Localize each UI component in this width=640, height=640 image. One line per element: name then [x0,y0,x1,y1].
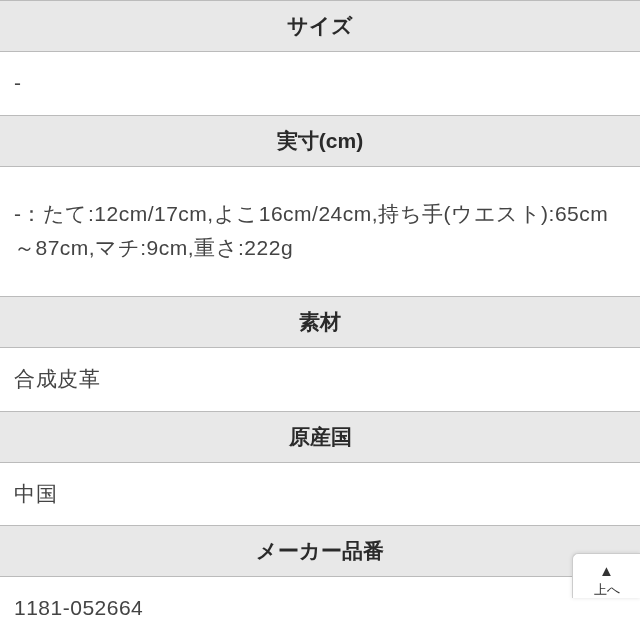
triangle-up-icon: ▲ [577,562,636,580]
spec-header: サイズ [0,1,640,52]
spec-header: 原産国 [0,411,640,462]
spec-value: 合成皮革 [0,347,640,411]
spec-value: -：たて:12cm/17cm,よこ16cm/24cm,持ち手(ウエスト):65c… [0,166,640,296]
spec-table: サイズ - 実寸(cm) -：たて:12cm/17cm,よこ16cm/24cm,… [0,0,640,640]
spec-value: - [0,52,640,116]
spec-header: 実寸(cm) [0,115,640,166]
spec-value: 1181-052664 [0,577,640,640]
spec-tbody: サイズ - 実寸(cm) -：たて:12cm/17cm,よこ16cm/24cm,… [0,1,640,640]
spec-header: 素材 [0,296,640,347]
back-to-top-button[interactable]: ▲ 上へ [572,553,640,598]
spec-header: メーカー品番 [0,526,640,577]
spec-value: 中国 [0,462,640,526]
back-to-top-label: 上へ [594,582,620,597]
